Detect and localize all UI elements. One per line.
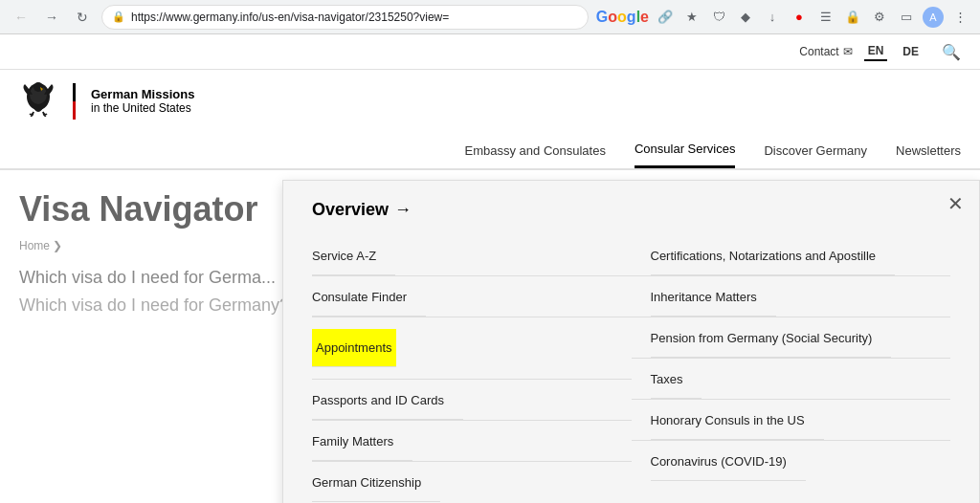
logo-main: German Missions — [91, 87, 194, 101]
lang-en-button[interactable]: EN — [864, 42, 888, 61]
dropdown-item-pension[interactable]: Pension from Germany (Social Security) — [651, 319, 892, 358]
overview-label: Overview — [312, 200, 389, 220]
forward-button[interactable]: → — [40, 6, 63, 29]
download-icon[interactable]: ↓ — [762, 7, 783, 28]
dropdown-item-appointments[interactable]: Appointments — [312, 329, 396, 367]
dropdown-item-citizenship[interactable]: German Citizenship — [312, 464, 440, 502]
page-content: Contact ✉ EN DE 🔍 Ger — [0, 34, 980, 503]
dropdown-grid: Service A-Z Consulate Finder Appointment… — [312, 235, 950, 502]
dropdown-item-wrapper-honorary: Honorary Consuls in the US — [632, 400, 951, 441]
dropdown-item-wrapper-citizenship: German Citizenship — [312, 462, 632, 502]
dropdown-item-taxes[interactable]: Taxes — [651, 361, 702, 399]
google-logo: Google — [596, 9, 649, 26]
lock-icon: 🔒 — [112, 11, 125, 23]
profile-icon[interactable]: A — [923, 7, 944, 28]
lock2-icon[interactable]: 🔒 — [842, 7, 863, 28]
dropdown-item-inheritance[interactable]: Inheritance Matters — [651, 278, 776, 317]
dropdown-item-wrapper-pension: Pension from Germany (Social Security) — [632, 317, 951, 359]
browser-chrome: ← → ↻ 🔒 https://www.germany.info/us-en/v… — [0, 0, 980, 34]
extension-icon[interactable]: ☰ — [815, 7, 836, 28]
logo-sub: in the United States — [91, 101, 194, 115]
eagle-logo — [19, 79, 57, 122]
dropdown-item-covid[interactable]: Coronavirus (COVID-19) — [651, 443, 806, 481]
email-icon: ✉ — [843, 45, 853, 58]
share-icon[interactable]: 🔗 — [655, 7, 676, 28]
url-text: https://www.germany.info/us-en/visa-navi… — [131, 11, 578, 24]
contact-link[interactable]: Contact ✉ — [799, 45, 852, 58]
dropdown-left-col: Service A-Z Consulate Finder Appointment… — [312, 235, 632, 502]
dropdown-item-wrapper-service: Service A-Z — [312, 235, 632, 276]
dropdown-item-wrapper-covid: Coronavirus (COVID-19) — [632, 441, 951, 481]
dropdown-item-service[interactable]: Service A-Z — [312, 237, 395, 275]
logo-text: German Missions in the United States — [91, 87, 194, 115]
dropdown-item-wrapper-cert: Certifications, Notarizations and Aposti… — [632, 235, 951, 276]
logo-area: German Missions in the United States — [0, 70, 980, 132]
search-icon[interactable]: 🔍 — [942, 43, 961, 61]
dropdown-item-wrapper-taxes: Taxes — [632, 359, 951, 400]
nav-newsletters[interactable]: Newsletters — [896, 134, 961, 167]
dropdown-item-wrapper-consulate: Consulate Finder — [312, 276, 632, 317]
dropdown-item-wrapper-inheritance: Inheritance Matters — [632, 276, 951, 317]
nav-discover[interactable]: Discover Germany — [764, 134, 867, 167]
vpn-icon[interactable]: ◆ — [735, 7, 756, 28]
dropdown-item-passports[interactable]: Passports and ID Cards — [312, 382, 463, 420]
menu-icon[interactable]: ⋮ — [949, 7, 970, 28]
dropdown-item-cert[interactable]: Certifications, Notarizations and Aposti… — [651, 237, 896, 275]
close-button[interactable]: ✕ — [947, 194, 964, 213]
overview-link[interactable]: Overview → — [312, 200, 950, 220]
dropdown-item-wrapper-family: Family Matters — [312, 421, 632, 462]
browser-right-icons: Google 🔗 ★ 🛡 ◆ ↓ ● ☰ 🔒 ⚙ ▭ A ⋮ — [596, 7, 970, 28]
dropdown-item-wrapper-appointments: Appointments — [312, 317, 632, 380]
lang-de-button[interactable]: DE — [899, 43, 923, 60]
dropdown-item-wrapper-passports: Passports and ID Cards — [312, 380, 632, 421]
record-icon[interactable]: ● — [789, 7, 810, 28]
logo-divider — [73, 83, 76, 120]
dropdown-menu: ✕ Overview → Service A-Z Consulate Finde… — [282, 180, 980, 503]
bookmark-icon[interactable]: ★ — [681, 7, 702, 28]
sidebar-icon[interactable]: ▭ — [896, 7, 917, 28]
puzzle-icon[interactable]: ⚙ — [869, 7, 890, 28]
dropdown-item-family[interactable]: Family Matters — [312, 423, 412, 461]
contact-label: Contact — [799, 45, 838, 58]
address-bar[interactable]: 🔒 https://www.germany.info/us-en/visa-na… — [101, 5, 589, 30]
dropdown-right-col: Certifications, Notarizations and Aposti… — [632, 235, 951, 502]
top-bar: Contact ✉ EN DE 🔍 — [0, 34, 980, 70]
dropdown-item-consulate[interactable]: Consulate Finder — [312, 278, 426, 317]
nav-consular[interactable]: Consular Services — [635, 132, 736, 168]
overview-arrow: → — [394, 200, 412, 220]
nav-embassy[interactable]: Embassy and Consulates — [465, 134, 606, 167]
reload-button[interactable]: ↻ — [71, 6, 94, 29]
main-nav: Embassy and Consulates Consular Services… — [0, 132, 980, 170]
back-button[interactable]: ← — [10, 6, 33, 29]
shield-icon[interactable]: 🛡 — [708, 7, 729, 28]
dropdown-item-honorary[interactable]: Honorary Consuls in the US — [651, 402, 824, 440]
